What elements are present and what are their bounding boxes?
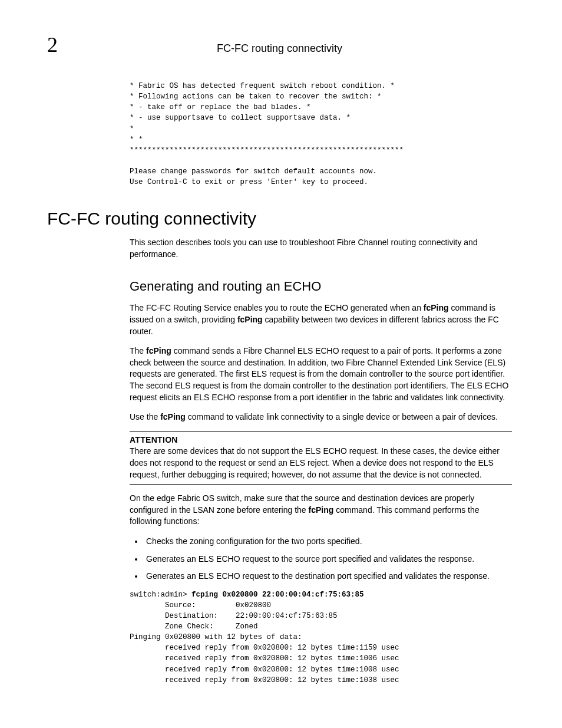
paragraph-3: Use the fcPing command to validate link …	[130, 411, 512, 423]
text: The	[130, 346, 146, 355]
text: command to validate link connectivity to…	[186, 412, 498, 421]
list-item: Checks the zoning configuration for the …	[144, 536, 512, 548]
shell-output: Source: 0x020800 Destination: 22:00:00:0…	[130, 601, 399, 684]
page-container: 2 FC-FC routing connectivity * Fabric OS…	[0, 0, 562, 721]
paragraph-4: On the edge Fabric OS switch, make sure …	[130, 493, 512, 528]
command-name: fcPing	[237, 315, 263, 324]
shell-command: fcping 0x020800 22:00:00:04:cf:75:63:85	[191, 591, 364, 599]
terminal-output-top: * Fabric OS has detected frequent switch…	[130, 81, 512, 187]
attention-callout: ATTENTION There are some devices that do…	[130, 431, 512, 485]
terminal-session: switch:admin> fcping 0x020800 22:00:00:0…	[130, 589, 512, 686]
shell-prompt: switch:admin>	[130, 591, 191, 599]
list-item: Generates an ELS ECHO request to the des…	[144, 571, 512, 582]
attention-body: There are some devices that do not suppo…	[130, 446, 500, 479]
subsection-heading: Generating and routing an ECHO	[130, 279, 512, 294]
bullet-list: Checks the zoning configuration for the …	[130, 536, 512, 582]
list-item: Generates an ELS ECHO request to the sou…	[144, 554, 512, 565]
section-intro: This section describes tools you can use…	[130, 237, 512, 260]
command-name: fcPing	[160, 412, 186, 421]
command-name: fcPing	[309, 505, 334, 515]
running-header-title: FC-FC routing connectivity	[47, 42, 512, 55]
paragraph-1: The FC-FC Routing Service enables you to…	[130, 302, 512, 337]
paragraph-2: The fcPing command sends a Fibre Channel…	[130, 345, 512, 403]
attention-label: ATTENTION	[130, 434, 512, 446]
text: Use the	[130, 412, 160, 421]
command-name: fcPing	[424, 303, 449, 312]
section-heading: FC-FC routing connectivity	[47, 209, 512, 229]
text: The FC-FC Routing Service enables you to…	[130, 303, 424, 312]
page-header: 2 FC-FC routing connectivity	[47, 32, 512, 57]
command-name: fcPing	[146, 346, 171, 355]
text: command sends a Fibre Channel ELS ECHO r…	[130, 346, 508, 401]
